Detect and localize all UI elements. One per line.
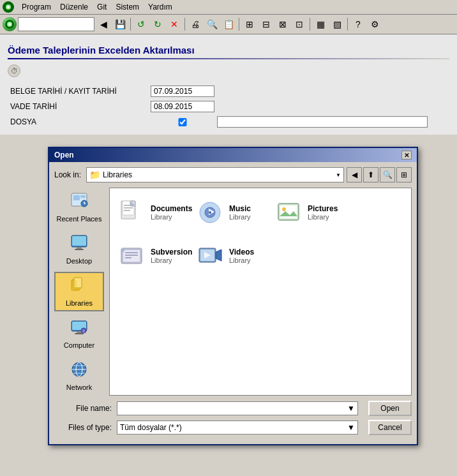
- files-of-type-combo[interactable]: Tüm dosyalar (*.*) ▼: [117, 420, 358, 435]
- dosya-path-bar: [217, 116, 428, 128]
- menu-git[interactable]: Git: [93, 1, 110, 13]
- vade-value-cell: [148, 99, 449, 114]
- btn-b[interactable]: ⊟: [258, 17, 274, 32]
- libraries-icon: [70, 276, 88, 298]
- svg-point-2: [7, 6, 10, 8]
- videos-name: Videos: [229, 248, 254, 257]
- svg-point-43: [282, 207, 286, 211]
- list-item[interactable]: Music Library: [193, 193, 267, 232]
- documents-type: Library: [151, 213, 192, 221]
- pictures-type: Library: [308, 213, 338, 221]
- recent-places-label: Recent Places: [57, 215, 102, 223]
- list-item[interactable]: Subversion Library: [115, 237, 188, 275]
- cancel-button[interactable]: Cancel: [368, 420, 412, 435]
- save-btn[interactable]: 💾: [112, 17, 128, 32]
- subversion-type: Library: [151, 257, 192, 264]
- look-in-nav-buttons: ◀ ⬆ 🔍 ⊞: [347, 167, 412, 182]
- svg-rect-7: [73, 195, 80, 200]
- sidebar-item-computer[interactable]: C Computer: [54, 314, 104, 353]
- list-item[interactable]: Videos Library: [193, 237, 267, 275]
- page-title: Ödeme Taleplerinin Excelden Aktarılması: [8, 40, 449, 58]
- sidebar-item-network[interactable]: Network: [54, 356, 104, 396]
- recent-places-icon: [70, 192, 88, 214]
- btn-d[interactable]: ⊡: [292, 17, 307, 32]
- menu-yardim[interactable]: Yardım: [144, 1, 176, 13]
- list-item[interactable]: Pictures Library: [272, 193, 345, 232]
- svg-text:C: C: [83, 329, 86, 333]
- dialog-toolbar: Look in: 📁 Libraries ▼ ◀ ⬆ 🔍 ⊞: [54, 167, 412, 182]
- svg-point-40: [209, 211, 211, 214]
- network-label: Network: [66, 383, 92, 391]
- svg-rect-8: [80, 195, 86, 198]
- nav-back-btn[interactable]: ◀: [347, 167, 362, 182]
- nav-search-btn[interactable]: 🔍: [380, 167, 395, 182]
- menu-duzenle[interactable]: Düzenle: [56, 1, 92, 13]
- open-button[interactable]: Open: [368, 401, 412, 416]
- dialog-title: Open: [54, 151, 74, 160]
- vade-tarihi-input[interactable]: [151, 101, 214, 112]
- help-btn[interactable]: ?: [350, 17, 366, 32]
- refresh-btn[interactable]: ↺: [133, 17, 149, 32]
- nav-views-btn[interactable]: ⊞: [396, 167, 412, 182]
- file-area: Documents Library: [109, 188, 412, 396]
- sidebar-item-desktop[interactable]: Desktop: [54, 230, 104, 269]
- desktop-label: Desktop: [66, 257, 92, 265]
- belge-tarihi-input[interactable]: [151, 86, 214, 97]
- dosya-checkbox[interactable]: [151, 118, 214, 126]
- back-btn[interactable]: ◀: [96, 17, 111, 32]
- belge-value-cell: [148, 84, 449, 99]
- form-table: BELGE TARİHİ / KAYIT TARİHİ VADE TARİHİ …: [8, 84, 449, 130]
- file-name-dropdown-arrow[interactable]: ▼: [347, 404, 355, 413]
- btn-e[interactable]: ▦: [313, 17, 328, 32]
- files-of-type-value: Tüm dosyalar (*.*): [120, 423, 182, 432]
- file-name-input-wrapper: ▼: [117, 401, 358, 415]
- cancel-nav-btn[interactable]: ✕: [167, 17, 182, 32]
- main-content: Ödeme Taleplerinin Excelden Aktarılması …: [0, 34, 457, 135]
- dialog-action-buttons: Open: [368, 401, 412, 416]
- print-btn[interactable]: 🖨: [188, 17, 203, 32]
- find-btn[interactable]: 🔍: [204, 17, 220, 32]
- videos-type: Library: [229, 257, 254, 264]
- form-row-dosya: DOSYA: [8, 114, 449, 130]
- dialog-close-button[interactable]: ✕: [401, 151, 412, 160]
- look-in-label: Look in:: [54, 170, 81, 179]
- stop-btn[interactable]: ↻: [150, 17, 165, 32]
- computer-icon: C: [70, 318, 88, 340]
- btn-f[interactable]: ▧: [329, 17, 345, 32]
- menu-program[interactable]: Program: [18, 1, 55, 13]
- docs-btn[interactable]: 📋: [221, 17, 236, 32]
- cancel-btn-wrapper: Cancel: [368, 420, 412, 435]
- svg-marker-53: [216, 249, 221, 261]
- svg-rect-35: [124, 210, 130, 211]
- subversion-icon: [117, 242, 146, 270]
- svg-rect-46: [123, 249, 140, 262]
- sidebar-item-libraries[interactable]: Libraries: [54, 272, 104, 311]
- form-row-belge: BELGE TARİHİ / KAYIT TARİHİ: [8, 84, 449, 99]
- belge-label: BELGE TARİHİ / KAYIT TARİHİ: [8, 84, 148, 99]
- list-item[interactable]: Documents Library: [115, 193, 188, 232]
- computer-label: Computer: [64, 341, 94, 349]
- svg-rect-15: [75, 249, 84, 250]
- settings-btn[interactable]: ⚙: [367, 17, 382, 32]
- sep5: [347, 18, 348, 31]
- sidebar-item-recent-places[interactable]: Recent Places: [54, 188, 104, 227]
- vade-label: VADE TARİHİ: [8, 99, 148, 114]
- files-of-type-label: Files of type:: [54, 423, 112, 432]
- btn-c[interactable]: ⊠: [275, 17, 290, 32]
- file-name-input[interactable]: [120, 404, 347, 413]
- open-dialog: Open ✕ Look in: 📁 Libraries ▼ ◀ ⬆ 🔍 ⊞: [48, 147, 418, 445]
- title-separator: [8, 58, 449, 59]
- info-icon[interactable]: ⏱: [8, 64, 20, 77]
- command-field[interactable]: [18, 17, 94, 31]
- desktop-icon: [70, 234, 88, 256]
- sep1: [130, 18, 131, 31]
- nav-up-btn[interactable]: ⬆: [363, 167, 378, 182]
- music-name: Music: [229, 204, 251, 213]
- look-in-combo[interactable]: 📁 Libraries ▼: [86, 167, 344, 182]
- dosya-value-cell: [148, 114, 449, 130]
- documents-icon: [117, 198, 146, 227]
- left-panel: Recent Places Desktop: [54, 188, 105, 396]
- sep4: [310, 18, 310, 31]
- menu-sistem[interactable]: Sistem: [112, 1, 143, 13]
- btn-a[interactable]: ⊞: [242, 17, 257, 32]
